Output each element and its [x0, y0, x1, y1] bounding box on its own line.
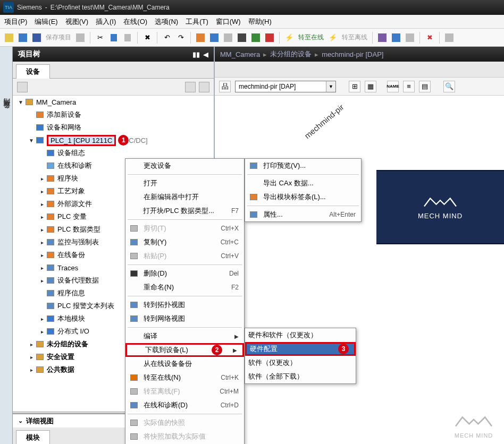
split-button[interactable] [443, 32, 455, 44]
menu-item[interactable]: 转到网络视图 [125, 312, 244, 326]
expand-icon[interactable]: ▸ [38, 201, 46, 207]
device-canvas[interactable]: mechmind-pir MECH MIND [215, 96, 504, 444]
menu-item[interactable]: 从在线设备备份 [125, 357, 244, 371]
paste-button[interactable] [122, 32, 133, 44]
vertical-tab-devices-networks[interactable]: 设备 与 网络 [0, 47, 13, 444]
menu-item-label: 从在线设备备份 [144, 359, 239, 369]
device-dropdown[interactable]: ▼ [235, 81, 336, 92]
expand-icon[interactable]: ▼ [17, 99, 24, 105]
print-button[interactable] [74, 32, 86, 44]
menu-item[interactable]: 转到拓扑视图 [125, 298, 244, 312]
expand-icon[interactable]: ▸ [38, 265, 46, 271]
new-project-button[interactable] [3, 32, 15, 44]
menu-item[interactable]: 属性...Alt+Enter [245, 208, 361, 221]
menu-item[interactable]: 重命名(N)F2 [125, 280, 244, 294]
expand-icon[interactable]: ▼ [28, 138, 35, 143]
breadcrumb-c[interactable]: mechmind-pir [DAP] [322, 50, 383, 58]
topology-icon[interactable]: 品 [219, 81, 231, 92]
menu-insert[interactable]: 插入(I) [96, 17, 116, 27]
undo-button[interactable]: ↶ [161, 32, 173, 44]
menu-edit[interactable]: 编辑(E) [35, 17, 57, 27]
menu-item[interactable]: 更改设备 [125, 159, 244, 173]
copy-button[interactable] [108, 32, 120, 44]
redo-button[interactable]: ↷ [175, 32, 187, 44]
tree-item-add[interactable]: 添加新设备 [13, 108, 214, 121]
simulate-button[interactable] [236, 32, 248, 44]
stop-button[interactable] [264, 32, 275, 44]
expand-icon[interactable]: ▸ [38, 227, 46, 233]
menu-item[interactable]: 打印预览(V)... [245, 159, 361, 173]
zoom-in-button[interactable]: 🔍 [443, 81, 455, 92]
search-button[interactable] [390, 32, 402, 44]
tree-item-cfg[interactable]: 设备组态 [13, 147, 214, 159]
align-button[interactable]: ≡ [403, 81, 415, 92]
menu-item[interactable]: 导出模块标签条(L)... [245, 190, 361, 204]
menu-item[interactable]: 打开 [125, 176, 244, 190]
close-button[interactable]: ✖ [424, 32, 435, 44]
menu-window[interactable]: 窗口(W) [216, 17, 241, 27]
go-offline-icon[interactable]: ⚡ [327, 32, 339, 44]
collapse-icon[interactable]: ◀ [203, 50, 208, 58]
submenu-item[interactable]: 硬件配置3 [245, 342, 356, 356]
grid-button[interactable]: ▦ [365, 81, 376, 92]
cut-button[interactable]: ✂ [94, 32, 106, 44]
expand-icon[interactable]: ▸ [38, 189, 46, 194]
menu-help[interactable]: 帮助(H) [248, 17, 272, 27]
download-button[interactable] [208, 32, 220, 44]
list-button[interactable]: ▤ [419, 81, 431, 92]
menu-tools[interactable]: 工具(T) [186, 17, 208, 27]
expand-icon[interactable]: ▸ [28, 341, 35, 347]
tree-toolbar-button-left[interactable] [17, 82, 28, 92]
submenu-item[interactable]: 硬件和软件（仅更改） [245, 328, 356, 342]
menu-item[interactable]: 打开块/PLC 数据类型...F7 [125, 204, 244, 218]
tree-item-project[interactable]: ▼MM_Camera [13, 96, 214, 108]
expand-icon[interactable]: ▸ [38, 214, 46, 220]
tree-toolbar-button-b[interactable] [199, 82, 209, 92]
submenu-item[interactable]: 软件（仅更改） [245, 356, 356, 370]
expand-icon[interactable]: ▸ [38, 278, 46, 284]
device-card[interactable]: MECH MIND [376, 170, 504, 244]
dropdown-arrow-icon[interactable]: ▼ [326, 81, 335, 92]
pin-icon[interactable]: ▮▮ [192, 50, 200, 58]
device-dropdown-input[interactable] [236, 81, 326, 92]
tab-devices[interactable]: 设备 [16, 64, 50, 79]
open-project-button[interactable] [17, 32, 29, 44]
name-toggle-button[interactable]: NAME [387, 81, 399, 92]
menu-project[interactable]: 项目(P) [4, 17, 27, 27]
menu-view[interactable]: 视图(V) [65, 17, 88, 27]
menu-item[interactable]: 转至在线(N)Ctrl+K [125, 371, 244, 385]
start-button[interactable] [250, 32, 262, 44]
expand-icon[interactable]: ▸ [38, 176, 46, 182]
expand-icon[interactable]: ▸ [28, 367, 35, 373]
menu-online[interactable]: 在线(O) [123, 17, 147, 27]
menu-item[interactable]: 复制(Y)Ctrl+C [125, 235, 244, 249]
submenu-item[interactable]: 软件（全部下载） [245, 370, 356, 383]
compile-button[interactable] [195, 32, 206, 44]
tree-toolbar-button-a[interactable] [185, 82, 196, 92]
delete-button[interactable]: ✖ [141, 32, 153, 44]
menu-item[interactable]: 在新编辑器中打开 [125, 190, 244, 204]
expand-icon[interactable]: ▸ [38, 252, 46, 258]
menu-item[interactable]: 删除(D)Del [125, 267, 244, 280]
expand-icon[interactable]: ▸ [38, 316, 46, 322]
tab-module[interactable]: 模块 [16, 430, 50, 444]
tree-item-net[interactable]: 设备和网络 [13, 121, 214, 134]
menu-item[interactable]: 下载到设备(L)2▶ [125, 343, 244, 357]
breadcrumb-b[interactable]: 未分组的设备 [270, 49, 312, 59]
expand-icon[interactable]: ▸ [38, 240, 46, 245]
accessible-devices-button[interactable] [376, 32, 388, 44]
expand-icon[interactable]: ▸ [38, 329, 46, 335]
menu-item[interactable]: 编译▶ [125, 329, 244, 343]
save-button[interactable] [31, 32, 43, 44]
menu-item[interactable]: 在线和诊断(D)Ctrl+D [125, 398, 244, 412]
menu-item[interactable]: 导出 CAx 数据... [245, 176, 361, 190]
menu-options[interactable]: 选项(N) [155, 17, 178, 27]
expand-icon[interactable]: ▸ [28, 354, 35, 360]
zoom-fit-button[interactable]: ⊞ [349, 81, 360, 92]
upload-button[interactable] [222, 32, 234, 44]
cross-ref-button[interactable] [404, 32, 416, 44]
go-online-label[interactable]: 转至在线 [298, 33, 324, 42]
tree-item-plc[interactable]: ▼PLC_1 [CPU 1211C1C/DC] [13, 134, 214, 147]
breadcrumb-a[interactable]: MM_Camera [220, 50, 260, 58]
go-online-icon[interactable]: ⚡ [283, 32, 295, 44]
